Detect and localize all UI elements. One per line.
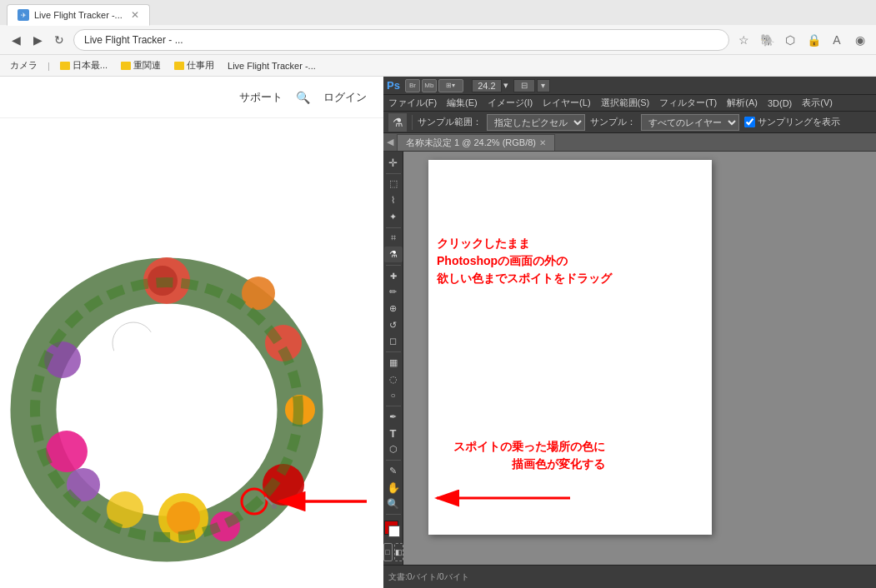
- zoom-tool[interactable]: 🔍: [384, 496, 403, 511]
- ps-tabbar: ◀ 名称未設定 1 @ 24.2% (RGB/8) ✕: [383, 133, 876, 152]
- quick-mask-area: □ ◧: [383, 543, 403, 561]
- ps-canvas: [428, 160, 712, 535]
- svg-point-11: [46, 431, 88, 472]
- evernote-icon[interactable]: 🐘: [758, 31, 776, 49]
- ps-tab-label: 名称未設定 1 @ 24.2% (RGB/8): [406, 137, 536, 149]
- bookmark-separator-1: |: [48, 61, 50, 71]
- star-icon[interactable]: ☆: [734, 31, 753, 49]
- clone-tool[interactable]: ⊕: [384, 301, 403, 316]
- tab-live-flight-tracker[interactable]: ✈ Live Flight Tracker -... ✕: [7, 4, 150, 26]
- sample-select[interactable]: すべてのレイヤー 現在のレイヤー: [641, 114, 739, 131]
- tab-close-button[interactable]: ✕: [131, 9, 139, 21]
- arrangement-icon[interactable]: ⊞▾: [438, 79, 463, 92]
- acrobat-icon[interactable]: A: [828, 31, 846, 49]
- reload-button[interactable]: ↻: [50, 31, 68, 49]
- bookmark-camera[interactable]: カメラ: [7, 57, 41, 73]
- camera-bookmark-label: カメラ: [10, 59, 38, 72]
- webpage-nav: サポート 🔍 ログイン: [239, 90, 367, 105]
- main-area: サポート 🔍 ログイン: [0, 77, 876, 588]
- bookmark-japan[interactable]: 日本最...: [57, 57, 111, 73]
- sampling-checkbox-label[interactable]: サンプリングを表示: [744, 116, 840, 128]
- eraser-tool[interactable]: ◻: [384, 334, 403, 350]
- layout-icon-2[interactable]: ▾: [537, 79, 550, 92]
- svg-point-19: [88, 331, 246, 489]
- ps-tab-close[interactable]: ✕: [539, 138, 546, 147]
- ps-document-tab[interactable]: 名称未設定 1 @ 24.2% (RGB/8) ✕: [397, 134, 555, 151]
- browser-chrome: ✈ Live Flight Tracker -... ✕ ◀ ▶ ↻ ☆ 🐘 ⬡…: [0, 0, 876, 77]
- search-icon[interactable]: 🔍: [296, 91, 310, 104]
- zoom-input[interactable]: [472, 79, 502, 92]
- eyedropper-active-tool[interactable]: ⚗: [384, 247, 403, 262]
- svg-point-6: [242, 277, 275, 310]
- back-button[interactable]: ◀: [7, 31, 25, 49]
- japan-bookmark-label: 日本最...: [73, 59, 108, 72]
- photoshop-app: Ps Br Mb ⊞▾ ▾ ⊟ ▾ ファイル(F) 編集(E) イメージ(I) …: [383, 77, 876, 588]
- dodge-tool[interactable]: ○: [384, 388, 403, 404]
- svg-point-22: [272, 504, 277, 509]
- menu-edit[interactable]: 編集(E): [442, 95, 483, 111]
- pocket-icon[interactable]: ⬡: [781, 31, 799, 49]
- bookmarks-bar: カメラ | 日本最... 重関連 仕事用 Live Flight Tracker…: [0, 55, 876, 77]
- ps-statusbar: 文書:0バイト/0バイト: [383, 565, 876, 588]
- ps-menubar: Ps Br Mb ⊞▾ ▾ ⊟ ▾: [383, 77, 876, 95]
- support-link[interactable]: サポート: [239, 90, 283, 105]
- sample-range-select[interactable]: 指定したピクセル 3pixel平均 5pixel平均: [487, 114, 585, 131]
- nav-icons: ◀ ▶ ↻: [7, 31, 68, 49]
- layout-icon-1[interactable]: ⊟: [513, 79, 535, 92]
- address-bar[interactable]: [73, 29, 729, 51]
- tab-favicon: ✈: [18, 9, 29, 21]
- bookmark-flight[interactable]: Live Flight Tracker -...: [224, 59, 319, 72]
- menu-3d[interactable]: 3D(D): [763, 97, 797, 110]
- bookmark-work[interactable]: 仕事用: [171, 57, 218, 73]
- forward-button[interactable]: ▶: [28, 31, 47, 49]
- tab-label: Live Flight Tracker -...: [34, 10, 123, 20]
- standard-mode-btn[interactable]: □: [383, 543, 393, 561]
- sampling-checkbox[interactable]: [744, 117, 755, 127]
- flower-wreath-image: [0, 118, 383, 588]
- folder-icon-3: [174, 62, 184, 70]
- blur-tool[interactable]: ◌: [384, 371, 403, 387]
- ps-status-text: 文書:0バイト/0バイト: [388, 571, 469, 583]
- browser-tab-bar: ✈ Live Flight Tracker -... ✕: [0, 0, 876, 25]
- marquee-tool[interactable]: ⬚: [384, 177, 403, 192]
- pen-tool[interactable]: ✒: [384, 409, 403, 425]
- ps-canvas-area: クリックしたまま Photoshopの画面の外の 欲しい色までスポイトをドラッグ…: [403, 152, 876, 565]
- gradient-tool[interactable]: ▦: [384, 355, 403, 371]
- move-tool[interactable]: ✛: [384, 155, 403, 171]
- ps-layout-icons: ⊟ ▾: [513, 79, 550, 92]
- menu-filter[interactable]: フィルター(T): [654, 95, 722, 111]
- crop-tool[interactable]: ⌗: [384, 231, 403, 247]
- notes-tool[interactable]: ✎: [384, 463, 403, 479]
- path-tool[interactable]: ⬡: [384, 441, 403, 457]
- minibrige-icon[interactable]: Mb: [422, 79, 437, 92]
- bookmark-jukoren[interactable]: 重関連: [118, 57, 164, 73]
- lasso-tool[interactable]: ⌇: [384, 192, 403, 208]
- brush-tool[interactable]: ✏: [384, 284, 403, 300]
- webpage-content: サポート 🔍 ログイン: [0, 77, 383, 588]
- menu-analysis[interactable]: 解析(A): [722, 95, 763, 111]
- healing-tool[interactable]: ✚: [384, 268, 403, 284]
- extension-icon[interactable]: ◉: [851, 31, 869, 49]
- ps-workspace: ✛ ⬚ ⌇ ✦ ⌗ ⚗ ✚ ✏ ⊕ ↺ ◻ ▦ ◌ ○ ✒ T: [383, 152, 876, 565]
- login-link[interactable]: ログイン: [323, 90, 367, 105]
- menu-layer[interactable]: レイヤー(L): [538, 95, 595, 111]
- quickselect-tool[interactable]: ✦: [384, 209, 403, 225]
- history-tool[interactable]: ↺: [384, 317, 403, 333]
- lock-icon[interactable]: 🔒: [804, 31, 823, 49]
- menu-file[interactable]: ファイル(F): [383, 95, 442, 111]
- text-tool[interactable]: T: [384, 426, 403, 441]
- quick-mask-btn[interactable]: ◧: [394, 543, 403, 561]
- browser-extra-icons: ☆ 🐘 ⬡ 🔒 A ◉: [734, 31, 869, 49]
- menu-select[interactable]: 選択範囲(S): [596, 95, 655, 111]
- flower-wreath-svg: [0, 118, 383, 588]
- hand-tool[interactable]: ✋: [384, 480, 403, 496]
- bridge-icon[interactable]: Br: [405, 79, 420, 92]
- menu-view[interactable]: 表示(V): [797, 95, 838, 111]
- menu-image[interactable]: イメージ(I): [483, 95, 538, 111]
- ps-app-icons: Br Mb ⊞▾: [405, 79, 463, 92]
- eyedropper-tool-icon[interactable]: ⚗: [388, 113, 407, 132]
- ps-tab-scroll-left[interactable]: ◀: [387, 137, 393, 147]
- background-color[interactable]: [388, 526, 400, 537]
- toolbar-sep-7: [386, 514, 401, 515]
- toolbar-sep-5: [386, 406, 401, 406]
